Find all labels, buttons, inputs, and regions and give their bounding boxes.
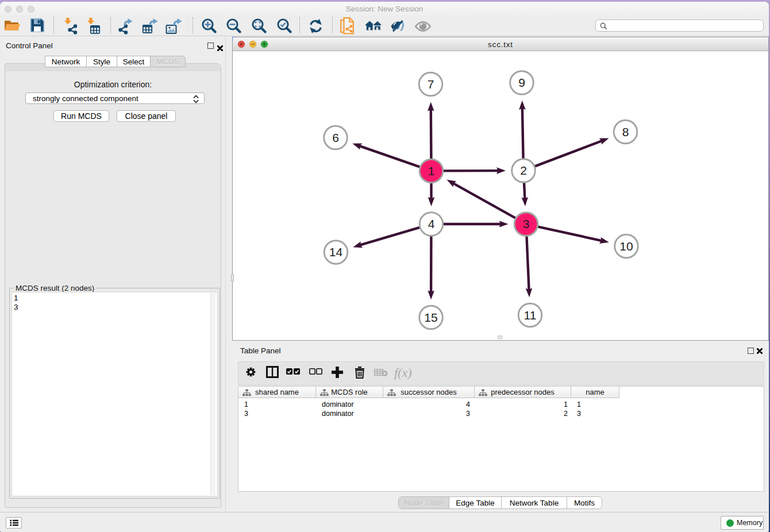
svg-text:3: 3 (523, 217, 530, 230)
svg-text:14: 14 (329, 245, 343, 259)
svg-text:2: 2 (520, 164, 527, 177)
svg-text:15: 15 (424, 311, 437, 324)
svg-text:10: 10 (619, 240, 633, 253)
svg-text:7: 7 (428, 78, 434, 91)
svg-text:11: 11 (524, 309, 537, 322)
svg-text:4: 4 (428, 217, 435, 230)
svg-text:1: 1 (428, 164, 435, 178)
svg-text:8: 8 (622, 125, 629, 138)
svg-text:6: 6 (332, 131, 339, 144)
svg-text:9: 9 (518, 76, 525, 89)
